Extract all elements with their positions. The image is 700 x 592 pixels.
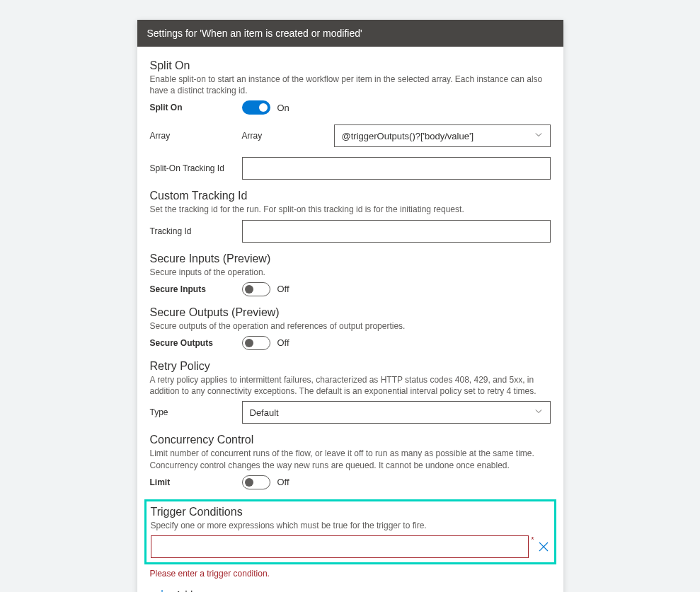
split-on-toggle-row: Split On On	[150, 100, 551, 115]
chevron-down-icon	[534, 407, 543, 418]
dialog-body: Split On Enable split-on to start an ins…	[137, 47, 563, 592]
trigger-conditions-title: Trigger Conditions	[151, 506, 550, 518]
secure-inputs-label: Secure Inputs	[150, 284, 242, 294]
custom-tracking-title: Custom Tracking Id	[150, 190, 551, 202]
secure-inputs-toggle[interactable]	[242, 282, 270, 296]
split-on-array-row: Array Array @triggerOutputs()?['body/val…	[150, 124, 551, 147]
retry-policy-section: Retry Policy A retry policy applies to i…	[150, 360, 551, 424]
concurrency-desc: Limit number of concurrent runs of the f…	[150, 448, 551, 470]
split-on-array-sublabel: Array	[242, 131, 334, 141]
trigger-condition-error: Please enter a trigger condition.	[150, 569, 551, 579]
dialog-title: Settings for 'When an item is created or…	[147, 28, 362, 39]
concurrency-label: Limit	[150, 477, 242, 487]
toggle-knob-icon	[245, 285, 253, 294]
custom-tracking-input[interactable]	[242, 220, 551, 243]
secure-outputs-row: Secure Outputs Off	[150, 336, 551, 350]
retry-policy-desc: A retry policy applies to intermittent f…	[150, 374, 551, 397]
toggle-knob-icon	[245, 339, 253, 347]
split-on-tracking-label: Split-On Tracking Id	[150, 163, 242, 173]
concurrency-section: Concurrency Control Limit number of conc…	[150, 434, 551, 489]
toggle-knob-icon	[259, 103, 268, 112]
chevron-down-icon	[534, 131, 543, 141]
secure-outputs-section: Secure Outputs (Preview) Secure outputs …	[150, 306, 551, 350]
custom-tracking-section: Custom Tracking Id Set the tracking id f…	[150, 190, 551, 242]
split-on-desc: Enable split-on to start an instance of …	[150, 74, 551, 96]
plus-icon	[156, 588, 168, 592]
split-on-toggle[interactable]	[242, 100, 270, 115]
dialog-header: Settings for 'When an item is created or…	[137, 20, 563, 47]
split-on-array-label: Array	[150, 131, 242, 141]
split-on-toggle-label: Split On	[150, 103, 242, 112]
split-on-title: Split On	[150, 59, 551, 72]
required-asterisk-icon: *	[531, 535, 534, 544]
concurrency-state: Off	[277, 477, 289, 487]
secure-outputs-state: Off	[277, 337, 289, 348]
split-on-toggle-state: On	[277, 103, 289, 113]
secure-inputs-row: Secure Inputs Off	[150, 282, 551, 296]
page-wrapper: Settings for 'When an item is created or…	[137, 20, 563, 592]
concurrency-toggle[interactable]	[242, 475, 270, 489]
close-icon	[537, 540, 550, 553]
secure-outputs-label: Secure Outputs	[150, 338, 242, 348]
retry-policy-value: Default	[250, 407, 279, 418]
trigger-conditions-desc: Specify one or more expressions which mu…	[151, 520, 550, 531]
toggle-knob-icon	[245, 478, 253, 487]
split-on-section: Split On Enable split-on to start an ins…	[150, 59, 551, 180]
secure-outputs-toggle[interactable]	[242, 336, 270, 350]
secure-inputs-section: Secure Inputs (Preview) Secure inputs of…	[150, 253, 551, 296]
split-on-array-value: @triggerOutputs()?['body/value']	[342, 131, 474, 141]
split-on-tracking-row: Split-On Tracking Id	[150, 157, 551, 180]
add-condition-label: Add	[176, 589, 193, 592]
delete-condition-button[interactable]	[537, 540, 550, 553]
retry-policy-select[interactable]: Default	[242, 401, 551, 424]
retry-policy-row: Type Default	[150, 401, 551, 424]
secure-inputs-desc: Secure inputs of the operation.	[150, 267, 551, 278]
retry-policy-title: Retry Policy	[150, 360, 551, 373]
split-on-array-select[interactable]: @triggerOutputs()?['body/value']	[334, 124, 551, 147]
trigger-condition-input[interactable]	[151, 535, 529, 558]
secure-inputs-state: Off	[277, 284, 289, 294]
custom-tracking-desc: Set the tracking id for the run. For spl…	[150, 204, 551, 215]
add-condition-button[interactable]: Add	[156, 588, 551, 592]
custom-tracking-row: Tracking Id	[150, 220, 551, 243]
secure-inputs-title: Secure Inputs (Preview)	[150, 253, 551, 265]
custom-tracking-label: Tracking Id	[150, 226, 242, 236]
trigger-conditions-highlight: Trigger Conditions Specify one or more e…	[144, 499, 556, 564]
concurrency-title: Concurrency Control	[150, 434, 551, 446]
concurrency-row: Limit Off	[150, 475, 551, 489]
secure-outputs-desc: Secure outputs of the operation and refe…	[150, 320, 551, 332]
settings-dialog: Settings for 'When an item is created or…	[137, 20, 563, 592]
secure-outputs-title: Secure Outputs (Preview)	[150, 306, 551, 319]
retry-policy-label: Type	[150, 407, 242, 417]
split-on-tracking-input[interactable]	[242, 157, 551, 180]
trigger-condition-row: *	[151, 535, 550, 558]
